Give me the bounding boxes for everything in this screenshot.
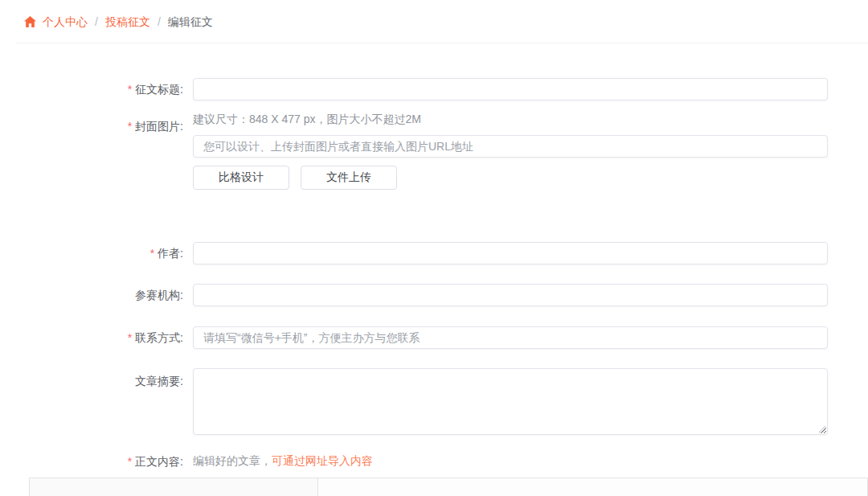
breadcrumb-item-submit-essay[interactable]: 投稿征文 [105, 16, 150, 27]
required-marker: * [128, 331, 132, 344]
form-row-content: *正文内容: 编辑好的文章，可通过网址导入内容 [0, 453, 868, 469]
summary-label: 文章摘要: [24, 368, 183, 388]
organization-label: 参赛机构: [24, 288, 183, 302]
import-from-url-link[interactable]: 可通过网址导入内容 [272, 454, 373, 467]
breadcrumb-separator: / [158, 16, 161, 27]
title-input[interactable] [193, 78, 828, 100]
breadcrumb-separator: / [95, 16, 98, 27]
form-row-title: *征文标题: [0, 78, 868, 100]
content-hint: 编辑好的文章， [193, 454, 272, 467]
summary-textarea[interactable] [193, 368, 828, 435]
editor-side-panel[interactable] [30, 478, 318, 496]
form-row-cover: *封面图片: 建议尺寸：848 X 477 px，图片大小不超过2M 比格设计 … [0, 113, 868, 190]
title-label: *征文标题: [24, 82, 183, 96]
organization-input[interactable] [193, 284, 828, 306]
editor-main-panel[interactable] [318, 478, 867, 496]
form-row-contact: *联系方式: [0, 326, 868, 349]
bige-design-button[interactable]: 比格设计 [193, 166, 289, 190]
content-editor [29, 478, 868, 496]
breadcrumb: 个人中心 / 投稿征文 / 编辑征文 [0, 0, 868, 27]
required-marker: * [150, 247, 154, 260]
cover-size-hint: 建议尺寸：848 X 477 px，图片大小不超过2M [193, 113, 828, 125]
required-marker: * [128, 120, 132, 133]
author-input[interactable] [193, 242, 828, 264]
header-divider [16, 43, 868, 43]
content-label: *正文内容: [24, 454, 183, 469]
contact-input[interactable] [193, 326, 828, 349]
required-marker: * [128, 83, 132, 96]
home-icon[interactable] [24, 16, 36, 27]
author-label: *作者: [24, 246, 183, 260]
contact-label: *联系方式: [24, 330, 183, 345]
form-row-summary: 文章摘要: [0, 368, 868, 435]
breadcrumb-item-personal-center[interactable]: 个人中心 [43, 16, 88, 27]
cover-url-input[interactable] [193, 135, 828, 158]
breadcrumb-item-edit-essay: 编辑征文 [168, 16, 213, 27]
form-row-author: *作者: [0, 242, 868, 264]
essay-edit-form: *征文标题: *封面图片: 建议尺寸：848 X 477 px，图片大小不超过2… [0, 78, 868, 469]
file-upload-button[interactable]: 文件上传 [301, 166, 397, 190]
required-marker: * [128, 455, 132, 468]
cover-label: *封面图片: [24, 113, 183, 133]
form-row-organization: 参赛机构: [0, 284, 868, 306]
